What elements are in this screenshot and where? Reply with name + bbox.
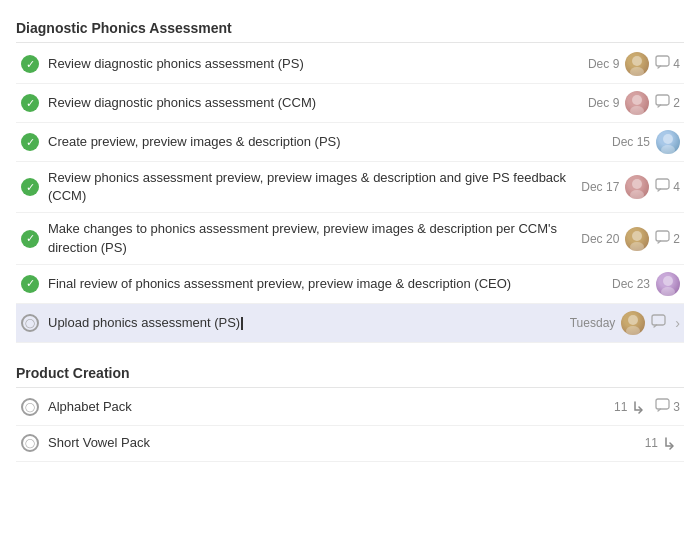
task-date: Dec 23 [612, 277, 650, 291]
task-item[interactable]: ✓Make changes to phonics assessment prev… [16, 213, 684, 264]
svg-point-1 [630, 67, 644, 76]
task-label: Final review of phonics assessment previ… [48, 275, 604, 293]
task-date: Dec 9 [588, 96, 619, 110]
task-label: Review phonics assessment preview, previ… [48, 169, 573, 205]
task-item[interactable]: ✓Final review of phonics assessment prev… [16, 265, 684, 304]
comment-bubble [655, 94, 671, 112]
avatar [625, 175, 649, 199]
task-date: Dec 20 [581, 232, 619, 246]
comment-bubble [655, 230, 671, 248]
comment-icon[interactable]: 2 [655, 230, 680, 248]
comment-icon[interactable]: 4 [655, 178, 680, 196]
task-date: Dec 15 [612, 135, 650, 149]
task-meta: Dec 9 2 [588, 91, 680, 115]
svg-point-16 [628, 315, 638, 325]
svg-point-12 [630, 242, 644, 251]
avatar [625, 52, 649, 76]
svg-rect-13 [656, 231, 669, 241]
task-label: Alphabet Pack [48, 398, 606, 416]
task-date: 11 [645, 436, 658, 450]
section-title-product-creation: Product Creation [16, 357, 684, 388]
comment-count: 2 [673, 232, 680, 246]
check-incomplete-icon[interactable]: ◯ [20, 313, 40, 333]
comment-icon[interactable] [651, 314, 667, 332]
avatar [625, 91, 649, 115]
task-meta: Tuesday › [570, 311, 680, 335]
main-container: Diagnostic Phonics Assessment✓Review dia… [0, 0, 700, 474]
task-meta: Dec 15 [612, 130, 680, 154]
task-label: Review diagnostic phonics assessment (PS… [48, 55, 580, 73]
task-item[interactable]: ◯Short Vowel Pack11 [16, 426, 684, 462]
task-label: Short Vowel Pack [48, 434, 637, 452]
svg-point-3 [632, 95, 642, 105]
comment-count: 3 [673, 400, 680, 414]
task-date: Dec 9 [588, 57, 619, 71]
comment-bubble [651, 314, 667, 332]
avatar [621, 311, 645, 335]
svg-point-9 [630, 190, 644, 199]
task-meta: Dec 20 2 [581, 227, 680, 251]
task-meta: 11 3 [614, 398, 680, 416]
task-list-product-creation: ◯Alphabet Pack11 3◯Short Vowel Pack11 [16, 390, 684, 462]
svg-rect-2 [656, 56, 669, 66]
task-item[interactable]: ◯Alphabet Pack11 3 [16, 390, 684, 426]
task-item[interactable]: ◯Upload phonics assessment (PS)Tuesday › [16, 304, 684, 343]
svg-point-7 [661, 145, 675, 154]
comment-bubble [655, 398, 671, 416]
comment-icon[interactable]: 2 [655, 94, 680, 112]
task-meta: Dec 23 [612, 272, 680, 296]
task-label: Upload phonics assessment (PS) [48, 314, 562, 332]
comment-icon[interactable]: 4 [655, 55, 680, 73]
svg-point-17 [626, 326, 640, 335]
task-date: 11 [614, 400, 627, 414]
svg-rect-19 [656, 399, 669, 409]
task-item[interactable]: ✓Review diagnostic phonics assessment (P… [16, 45, 684, 84]
subtask-icon [664, 436, 680, 450]
comment-count: 4 [673, 57, 680, 71]
task-item[interactable]: ✓Review phonics assessment preview, prev… [16, 162, 684, 213]
task-label: Create preview, preview images & descrip… [48, 133, 604, 151]
check-complete-icon[interactable]: ✓ [20, 229, 40, 249]
svg-point-6 [663, 134, 673, 144]
check-complete-icon[interactable]: ✓ [20, 177, 40, 197]
comment-bubble [655, 55, 671, 73]
task-date: Dec 17 [581, 180, 619, 194]
check-incomplete-icon[interactable]: ◯ [20, 397, 40, 417]
svg-point-14 [663, 276, 673, 286]
comment-count: 2 [673, 96, 680, 110]
check-complete-icon[interactable]: ✓ [20, 54, 40, 74]
task-meta: 11 [645, 436, 680, 450]
svg-point-4 [630, 106, 644, 115]
task-label: Review diagnostic phonics assessment (CC… [48, 94, 580, 112]
comment-bubble [655, 178, 671, 196]
svg-point-15 [661, 287, 675, 296]
task-meta: Dec 17 4 [581, 175, 680, 199]
task-item[interactable]: ✓Create preview, preview images & descri… [16, 123, 684, 162]
task-label: Make changes to phonics assessment previ… [48, 220, 573, 256]
chevron-right-icon[interactable]: › [675, 315, 680, 331]
check-incomplete-icon[interactable]: ◯ [20, 433, 40, 453]
task-list-diagnostic-phonics: ✓Review diagnostic phonics assessment (P… [16, 45, 684, 343]
svg-point-8 [632, 179, 642, 189]
check-complete-icon[interactable]: ✓ [20, 93, 40, 113]
task-item[interactable]: ✓Review diagnostic phonics assessment (C… [16, 84, 684, 123]
subtask-icon [633, 400, 649, 414]
section-title-diagnostic-phonics: Diagnostic Phonics Assessment [16, 12, 684, 43]
task-meta: Dec 9 4 [588, 52, 680, 76]
comment-icon[interactable]: 3 [655, 398, 680, 416]
svg-point-11 [632, 231, 642, 241]
svg-rect-10 [656, 179, 669, 189]
svg-rect-5 [656, 95, 669, 105]
check-complete-icon[interactable]: ✓ [20, 132, 40, 152]
task-date: Tuesday [570, 316, 616, 330]
avatar [625, 227, 649, 251]
avatar [656, 130, 680, 154]
text-cursor [241, 317, 243, 330]
svg-rect-18 [652, 315, 665, 325]
avatar [656, 272, 680, 296]
check-complete-icon[interactable]: ✓ [20, 274, 40, 294]
svg-point-0 [632, 56, 642, 66]
comment-count: 4 [673, 180, 680, 194]
